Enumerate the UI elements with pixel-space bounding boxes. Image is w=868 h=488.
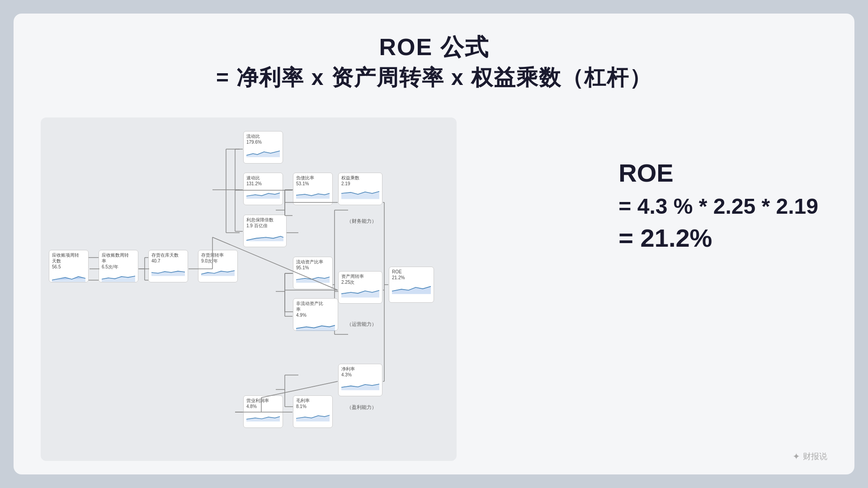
- metric-feiliudong: 非流动资产比率4.9%: [293, 298, 338, 331]
- metric-fuzhailv: 负债比率53.1%: [293, 173, 333, 205]
- metric-kucuntianshu: 存货在库天数40.7: [148, 250, 188, 282]
- svg-marker-40: [296, 325, 335, 331]
- category-caiwu: （财务能力）: [335, 218, 389, 225]
- metric-sudongbi: 速动比131.2%: [243, 173, 283, 205]
- metric-yingshouzhouzhuan2: 应收账数周转率6.5次/年: [99, 250, 138, 282]
- watermark: ✦ 财报说: [793, 451, 827, 462]
- title-area: ROE 公式 = 净利率 x 资产周转率 x 权益乘数（杠杆）: [41, 32, 827, 92]
- watermark-icon: ✦: [793, 451, 800, 462]
- metric-liudongbi: 流动比179.6%: [243, 131, 283, 164]
- metric-quanyi: 权益乘数2.19: [338, 173, 382, 205]
- metric-maolirun: 毛利率8.1%: [293, 395, 333, 428]
- metric-zichan: 资产周转率2.25次: [338, 271, 382, 304]
- metric-roe: ROE21.2%: [389, 267, 434, 303]
- svg-marker-35: [246, 193, 280, 199]
- metric-jinglirun: 净利率4.3%: [338, 364, 382, 396]
- title-line2: = 净利率 x 资产周转率 x 权益乘数（杠杆）: [41, 63, 827, 92]
- metric-yingyelirun: 营业利润率4.8%: [243, 395, 283, 428]
- watermark-text: 财报说: [803, 451, 827, 462]
- metric-kucunzhouzhuan: 存货周转率9.0次/年: [198, 250, 238, 282]
- svg-marker-42: [392, 286, 431, 294]
- metric-lixibaozhang: 利息保障倍数1.9 百亿倍: [243, 215, 287, 247]
- svg-marker-45: [296, 415, 330, 422]
- formula-area: ROE = 4.3 % * 2.25 * 2.19 = 21.2%: [618, 158, 818, 253]
- title-line1: ROE 公式: [41, 32, 827, 63]
- metric-liudongzichan: 流动资产比率95.1%: [293, 257, 333, 289]
- diagram-area: 应收账项周转天数56.5 应收账数周转率6.5次/年 存货在库天数40.7 存货…: [41, 117, 457, 461]
- svg-marker-30: [52, 277, 85, 282]
- slide: ROE 公式 = 净利率 x 资产周转率 x 权益乘数（杠杆）: [14, 14, 854, 474]
- formula-calculation: = 4.3 % * 2.25 * 2.19: [618, 194, 818, 219]
- svg-marker-39: [296, 277, 330, 283]
- svg-marker-37: [296, 193, 330, 199]
- formula-result: = 21.2%: [618, 223, 818, 253]
- metric-yingshouzhouzhuan: 应收账项周转天数56.5: [49, 250, 89, 282]
- formula-roe-title: ROE: [618, 158, 818, 188]
- category-yingli: （盈利能力）: [335, 404, 389, 411]
- svg-marker-41: [341, 291, 379, 298]
- svg-marker-44: [246, 417, 280, 422]
- category-yunying: （运营能力）: [335, 321, 389, 328]
